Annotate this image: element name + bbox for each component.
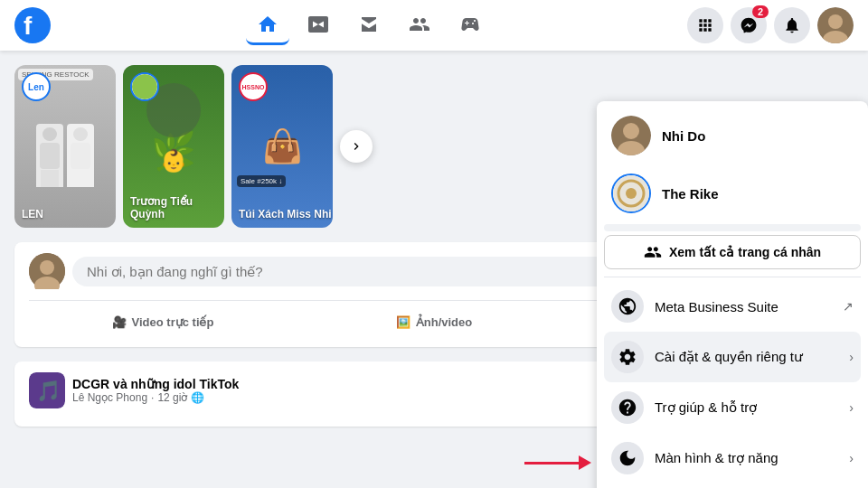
- meta-business-label: Meta Business Suite: [655, 299, 832, 314]
- story-miss-nhi[interactable]: 👜 Sale #250k ↓ HSSNO Túi Xách Miss Nhi: [231, 65, 333, 228]
- svg-point-3: [828, 14, 843, 29]
- feed-card-dot: ·: [151, 391, 154, 404]
- story-quynh-avatar: [130, 72, 159, 101]
- nav-store[interactable]: [347, 5, 391, 45]
- nav-right: 2: [687, 7, 854, 43]
- the-rike-name: The Rike: [662, 186, 719, 202]
- feed-card-user: 🎵 DCGR và những idol TikTok Lê Ngọc Phon…: [29, 372, 239, 408]
- help-icon: [611, 391, 644, 424]
- feed-card-globe-icon: 🌐: [191, 391, 204, 404]
- story-quynh-label: Trương Tiểu Quỳnh: [130, 195, 224, 221]
- arrow-head: [579, 455, 591, 470]
- menu-profile-the-rike[interactable]: The Rike: [604, 166, 861, 221]
- story-len-avatar: Len: [22, 72, 51, 101]
- nav-icons: [51, 5, 687, 45]
- story-sale-badge: Sale #250k ↓: [237, 175, 286, 187]
- live-video-icon: 🎥: [112, 315, 127, 329]
- photo-video-button[interactable]: 🖼️ Ảnh/video: [300, 308, 568, 336]
- story-len[interactable]: SELLING RESTOCK Len LEN: [14, 65, 116, 228]
- display-accessibility-item[interactable]: Màn hình & trợ năng ›: [604, 433, 861, 483]
- nhi-do-avatar: [611, 116, 651, 155]
- live-video-label: Video trực tiếp: [132, 315, 214, 329]
- menu-divider-1: [604, 277, 861, 277]
- dropdown-menu: Nhi Do The Rike Xem tất cả trang cá nhân: [597, 101, 868, 488]
- feed-card-info: DCGR và những idol TikTok Lê Ngọc Phong …: [72, 377, 239, 404]
- photo-label: Ảnh/video: [416, 315, 472, 329]
- settings-icon: [611, 341, 644, 373]
- messenger-button[interactable]: 2: [731, 7, 767, 43]
- settings-label: Cài đặt & quyền riêng tư: [655, 349, 838, 365]
- facebook-logo[interactable]: f: [14, 7, 51, 43]
- nav-video[interactable]: [297, 5, 340, 45]
- profile-avatar-nav[interactable]: [817, 7, 854, 43]
- see-all-label: Xem tất cả trang cá nhân: [669, 245, 821, 259]
- settings-arrow-icon: ›: [849, 350, 854, 364]
- arrow-line: [524, 462, 579, 465]
- svg-point-11: [623, 123, 639, 139]
- apps-button[interactable]: [687, 7, 723, 43]
- feed-card-time: 12 giờ: [157, 391, 187, 404]
- display-label: Màn hình & trợ năng: [655, 450, 838, 466]
- meta-business-suite-item[interactable]: Meta Business Suite ↗: [604, 281, 861, 332]
- story-len-label: LEN: [22, 208, 43, 221]
- svg-point-15: [626, 188, 637, 199]
- svg-text:f: f: [24, 12, 33, 40]
- live-video-button[interactable]: 🎥 Video trực tiếp: [29, 308, 297, 336]
- extlink-icon: ↗: [843, 299, 854, 314]
- feed-card-meta: Lê Ngọc Phong · 12 giờ 🌐: [72, 391, 239, 404]
- help-support-item[interactable]: Trợ giúp & hỗ trợ ›: [604, 382, 861, 433]
- story-nhi-label: Túi Xách Miss Nhi: [239, 208, 332, 221]
- display-arrow-icon: ›: [849, 451, 854, 465]
- help-arrow-icon: ›: [849, 400, 854, 415]
- photo-icon: 🖼️: [396, 315, 410, 329]
- svg-point-6: [40, 260, 54, 275]
- story-tieu-quynh[interactable]: 🌿 👶 Trương Tiểu Quỳnh: [123, 65, 224, 228]
- main-area: SELLING RESTOCK Len LEN 🌿 👶: [0, 51, 868, 488]
- feed-card-author: Lê Ngọc Phong: [72, 391, 147, 404]
- nav-friends[interactable]: [398, 5, 441, 45]
- menu-empty-space: [604, 224, 861, 231]
- feed-card-name: DCGR và những idol TikTok: [72, 377, 239, 391]
- meta-business-icon: [611, 290, 644, 323]
- story-hssno-badge: HSSNO: [239, 72, 268, 101]
- nav-home[interactable]: [246, 5, 289, 45]
- feed-card-avatar: 🎵: [29, 372, 65, 408]
- stories-next-button[interactable]: [340, 130, 373, 163]
- see-all-profiles-button[interactable]: Xem tất cả trang cá nhân: [604, 235, 861, 269]
- post-user-avatar: [29, 253, 65, 289]
- settings-privacy-item[interactable]: Cài đặt & quyền riêng tư ›: [604, 332, 861, 382]
- svg-text:🎵: 🎵: [36, 379, 61, 403]
- menu-profile-nhi-do[interactable]: Nhi Do: [604, 108, 861, 163]
- the-rike-avatar: [611, 174, 651, 213]
- feedback-item[interactable]: Đóng góp ý kiến: [604, 483, 861, 488]
- display-icon: [611, 442, 644, 474]
- help-label: Trợ giúp & hỗ trợ: [655, 399, 838, 416]
- svg-point-0: [14, 7, 51, 43]
- arrow-indicator: [524, 455, 591, 470]
- messenger-badge: 2: [752, 5, 769, 18]
- nav-gaming[interactable]: [448, 5, 492, 45]
- nhi-do-name: Nhi Do: [662, 128, 705, 144]
- top-nav: f: [0, 0, 868, 51]
- notifications-button[interactable]: [774, 7, 810, 43]
